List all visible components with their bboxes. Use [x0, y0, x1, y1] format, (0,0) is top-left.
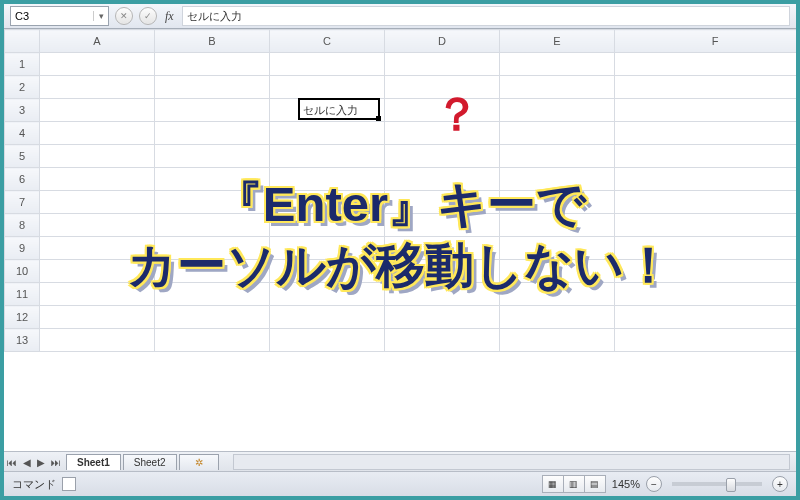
enter-formula-button[interactable]: ✓ [139, 7, 157, 25]
status-mode: コマンド [12, 477, 56, 492]
table-row: 8 [5, 214, 797, 237]
column-header-row: A B C D E F [5, 30, 797, 53]
row-header-2[interactable]: 2 [5, 76, 40, 99]
status-bar: コマンド ▦ ▥ ▤ 145% − + [4, 471, 796, 496]
row-header-6[interactable]: 6 [5, 168, 40, 191]
row-header-11[interactable]: 11 [5, 283, 40, 306]
name-box-input[interactable] [11, 8, 93, 24]
table-row: 5 [5, 145, 797, 168]
col-header-C[interactable]: C [270, 30, 385, 53]
zoom-level[interactable]: 145% [612, 478, 640, 490]
sheet-tab-strip: ⏮ ◀ ▶ ⏭ Sheet1 Sheet2 ✲ [4, 451, 796, 472]
view-pagelayout-button[interactable]: ▥ [563, 475, 585, 493]
view-buttons: ▦ ▥ ▤ [543, 475, 606, 493]
row-header-13[interactable]: 13 [5, 329, 40, 352]
tab-nav-prev[interactable]: ◀ [20, 457, 34, 468]
tab-sheet2[interactable]: Sheet2 [123, 454, 177, 470]
col-header-A[interactable]: A [40, 30, 155, 53]
fx-label[interactable]: fx [165, 9, 174, 24]
tab-nav-last[interactable]: ⏭ [48, 457, 64, 468]
zoom-slider[interactable] [672, 482, 762, 486]
table-row: 13 [5, 329, 797, 352]
tab-sheet1[interactable]: Sheet1 [66, 454, 121, 470]
tab-nav-first[interactable]: ⏮ [4, 457, 20, 468]
formula-bar: ▾ ✕ ✓ fx セルに入力 [4, 4, 796, 29]
tab-nav-next[interactable]: ▶ [34, 457, 48, 468]
table-row: 10 [5, 260, 797, 283]
row-header-12[interactable]: 12 [5, 306, 40, 329]
col-header-F[interactable]: F [615, 30, 797, 53]
col-header-D[interactable]: D [385, 30, 500, 53]
name-box-dropdown[interactable]: ▾ [93, 11, 108, 21]
row-header-1[interactable]: 1 [5, 53, 40, 76]
excel-window: ▾ ✕ ✓ fx セルに入力 A B C D E F 1 2 3 4 5 6 7… [0, 0, 800, 500]
select-all-corner[interactable] [5, 30, 40, 53]
row-header-3[interactable]: 3 [5, 99, 40, 122]
table-row: 11 [5, 283, 797, 306]
view-normal-button[interactable]: ▦ [542, 475, 564, 493]
row-header-10[interactable]: 10 [5, 260, 40, 283]
zoom-out-button[interactable]: − [646, 476, 662, 492]
row-header-7[interactable]: 7 [5, 191, 40, 214]
horizontal-scrollbar[interactable] [233, 454, 791, 470]
table-row: 3 [5, 99, 797, 122]
row-header-4[interactable]: 4 [5, 122, 40, 145]
table-row: 9 [5, 237, 797, 260]
table-row: 2 [5, 76, 797, 99]
table-row: 7 [5, 191, 797, 214]
table-row: 12 [5, 306, 797, 329]
cells-table: A B C D E F 1 2 3 4 5 6 7 8 9 10 11 12 1… [4, 29, 796, 352]
table-row: 4 [5, 122, 797, 145]
row-header-8[interactable]: 8 [5, 214, 40, 237]
macro-record-icon[interactable] [62, 477, 76, 491]
cancel-formula-button[interactable]: ✕ [115, 7, 133, 25]
tab-add-sheet[interactable]: ✲ [179, 454, 219, 470]
name-box[interactable]: ▾ [10, 6, 109, 26]
worksheet-grid[interactable]: A B C D E F 1 2 3 4 5 6 7 8 9 10 11 12 1… [4, 29, 796, 453]
col-header-B[interactable]: B [155, 30, 270, 53]
row-header-9[interactable]: 9 [5, 237, 40, 260]
table-row: 6 [5, 168, 797, 191]
zoom-in-button[interactable]: + [772, 476, 788, 492]
formula-input[interactable]: セルに入力 [182, 6, 790, 26]
table-row: 1 [5, 53, 797, 76]
row-header-5[interactable]: 5 [5, 145, 40, 168]
view-pagebreak-button[interactable]: ▤ [584, 475, 606, 493]
col-header-E[interactable]: E [500, 30, 615, 53]
